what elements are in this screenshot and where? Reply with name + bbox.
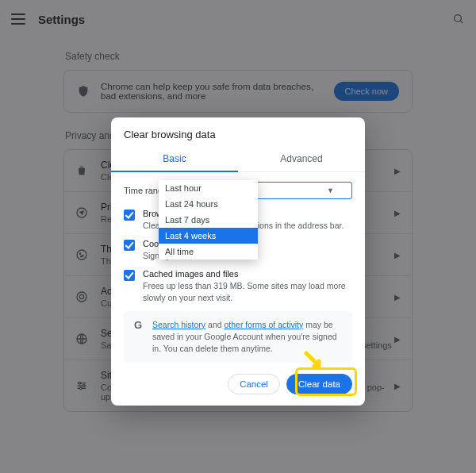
- time-range-option[interactable]: All time: [159, 244, 258, 260]
- cancel-button[interactable]: Cancel: [228, 374, 280, 394]
- info-box: G Search history and other forms of acti…: [124, 311, 352, 363]
- tab-advanced[interactable]: Advanced: [238, 148, 365, 171]
- time-range-option[interactable]: Last hour: [159, 180, 258, 196]
- google-icon: G: [132, 319, 144, 332]
- dialog-title: Clear browsing data: [111, 117, 365, 148]
- chevron-down-icon: ▼: [327, 187, 334, 194]
- row-subtitle: Frees up less than 319 MB. Some sites ma…: [143, 280, 352, 302]
- time-range-option[interactable]: Last 24 hours: [159, 196, 258, 212]
- row-cache: Cached images and files Frees up less th…: [124, 269, 352, 302]
- time-range-dropdown: Last hour Last 24 hours Last 7 days Last…: [159, 180, 258, 260]
- link-other-activity[interactable]: other forms of activity: [224, 320, 303, 329]
- checkbox-cache[interactable]: [124, 270, 135, 281]
- link-search-history[interactable]: Search history: [152, 320, 205, 329]
- time-range-option-selected[interactable]: Last 4 weeks: [159, 228, 258, 244]
- time-range-option[interactable]: Last 7 days: [159, 212, 258, 228]
- info-text: Search history and other forms of activi…: [152, 319, 344, 356]
- clear-data-button[interactable]: Clear data: [286, 374, 352, 394]
- tab-basic[interactable]: Basic: [111, 148, 238, 172]
- checkbox-cookies[interactable]: [124, 240, 135, 251]
- checkbox-browsing-history[interactable]: [124, 210, 135, 221]
- row-title: Cached images and files: [143, 269, 352, 279]
- clear-browsing-data-dialog: Clear browsing data Basic Advanced Time …: [111, 117, 365, 406]
- dialog-actions: Cancel Clear data: [111, 363, 365, 396]
- dialog-tabs: Basic Advanced: [111, 148, 365, 172]
